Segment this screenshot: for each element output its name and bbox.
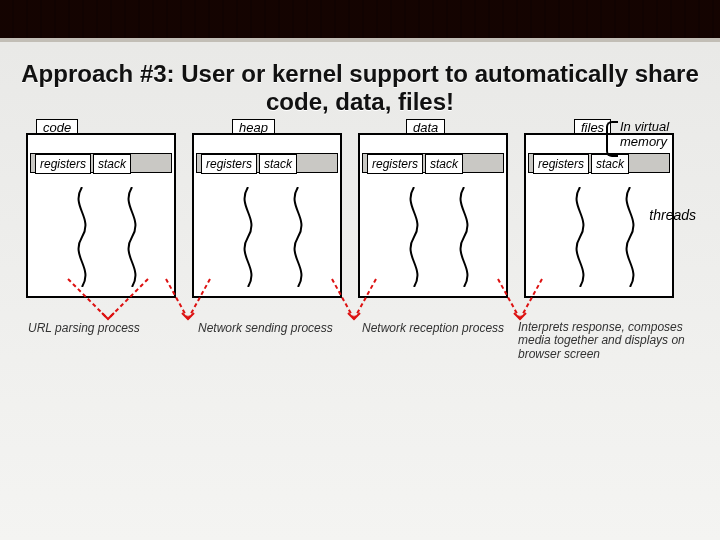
process-header-bar: registers stack — [30, 153, 172, 173]
registers-chip: registers — [533, 154, 589, 174]
registers-chip: registers — [35, 154, 91, 174]
proc-label-send: Network sending process — [198, 321, 333, 335]
thread-squiggle-icon — [234, 187, 262, 287]
thread-squiggle-icon — [400, 187, 428, 287]
registers-chip: registers — [201, 154, 257, 174]
slide: Approach #3: User or kernel support to a… — [10, 46, 710, 530]
thread-squiggle-icon — [450, 187, 478, 287]
thread-squiggle-icon — [566, 187, 594, 287]
slide-title: Approach #3: User or kernel support to a… — [20, 60, 700, 115]
thread-squiggle-icon — [284, 187, 312, 287]
process-panel: registers stack — [358, 133, 508, 298]
registers-chip: registers — [367, 154, 423, 174]
thread-squiggle-icon — [616, 187, 644, 287]
annotation-vm-text: In virtual memory — [620, 119, 669, 149]
thread-squiggle-icon — [118, 187, 146, 287]
proc-label-url: URL parsing process — [28, 321, 140, 335]
stack-chip: stack — [591, 154, 629, 174]
proc-label-recv: Network reception process — [362, 321, 504, 335]
process-header-bar: registers stack — [362, 153, 504, 173]
annotation-threads: threads — [649, 207, 696, 223]
stack-chip: stack — [425, 154, 463, 174]
diagram-stage: code heap data files registers stack reg… — [18, 125, 702, 335]
proc-label-interp: Interprets response, composes media toge… — [518, 321, 708, 361]
process-panel: registers stack — [26, 133, 176, 298]
process-header-bar: registers stack — [528, 153, 670, 173]
stack-chip: stack — [93, 154, 131, 174]
thread-squiggle-icon — [68, 187, 96, 287]
process-panel: registers stack — [192, 133, 342, 298]
stack-chip: stack — [259, 154, 297, 174]
decorative-brick-strip — [0, 0, 720, 42]
process-header-bar: registers stack — [196, 153, 338, 173]
annotation-virtual-memory: In virtual memory — [620, 119, 706, 149]
brace-icon — [606, 121, 618, 157]
